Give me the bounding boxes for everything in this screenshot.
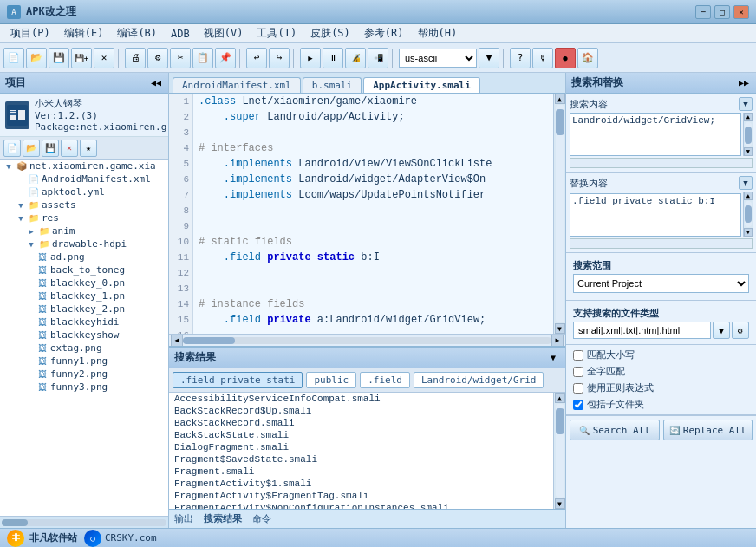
menu-view[interactable]: 视图(V) <box>197 24 251 42</box>
sr-item-0[interactable]: AccessibilityServiceInfoCompat.smali <box>169 393 553 405</box>
h-scroll-track[interactable] <box>183 337 551 344</box>
cut-button[interactable]: ✂ <box>170 48 191 68</box>
tab-appactivity[interactable]: AppActivity.smali <box>363 77 480 93</box>
scroll-left-arrow[interactable]: ◀ <box>171 335 183 347</box>
file-types-input[interactable]: .smali|.xml|.txt|.htm|.html <box>573 322 711 339</box>
whole-word-checkbox[interactable] <box>573 367 583 377</box>
close-button[interactable]: ✕ <box>733 5 749 19</box>
sr-item-9[interactable]: FragmentActivity$NonConfigurationInstanc… <box>169 502 553 509</box>
sr-vertical-scrollbar[interactable]: ▲ ▼ <box>553 393 565 509</box>
tree-item-funny2[interactable]: 🖼 funny2.png <box>0 368 168 381</box>
filter-tag-2[interactable]: .field <box>360 372 410 388</box>
scroll-right-arrow[interactable]: ▶ <box>551 335 564 347</box>
open-button[interactable]: 📂 <box>26 48 47 68</box>
sr-tab-output[interactable]: 输出 <box>174 512 193 525</box>
replace-h-scrollbar[interactable] <box>570 238 753 249</box>
search-all-button[interactable]: 🔍 Search All <box>570 420 660 440</box>
tree-item-extag[interactable]: 🖼 extag.png <box>0 342 168 355</box>
replace-textarea-scrollbar[interactable]: ▲ ▼ <box>743 192 753 237</box>
whole-word-label[interactable]: 全字匹配 <box>587 365 625 378</box>
lt-new[interactable]: 📄 <box>3 140 21 157</box>
tree-item-assets[interactable]: ▼ 📁 assets <box>0 199 168 212</box>
regex-label[interactable]: 使用正则表达式 <box>587 381 654 394</box>
sr-item-5[interactable]: Fragment$SavedState.smali <box>169 453 553 466</box>
subfolders-checkbox[interactable] <box>573 400 583 410</box>
regex-checkbox[interactable] <box>573 383 583 394</box>
menu-help[interactable]: 帮助(H) <box>411 24 465 42</box>
lt-star[interactable]: ★ <box>80 140 97 157</box>
tree-item-net[interactable]: ▼ 📦 net.xiaomiren.game.xia <box>0 160 168 173</box>
decompile-button[interactable]: ⏸ <box>323 48 343 68</box>
sr-scroll-track[interactable] <box>556 404 564 498</box>
settings-button[interactable]: ⚙ <box>147 48 168 68</box>
sr-tab-results[interactable]: 搜索结果 <box>204 512 242 525</box>
menu-reference[interactable]: 参考(R) <box>357 24 411 42</box>
red-button[interactable]: ● <box>555 48 576 68</box>
replace-all-button[interactable]: 🔄 Replace All <box>663 420 753 440</box>
tree-item-res[interactable]: ▼ 📁 res <box>0 212 168 225</box>
subfolders-label[interactable]: 包括子文件夹 <box>587 398 644 411</box>
file-types-dropdown[interactable]: ▼ <box>713 322 730 339</box>
tree-item-blackkey1[interactable]: 🖼 blackkey_1.pn <box>0 290 168 303</box>
scroll-up-arrow[interactable]: ▲ <box>555 94 565 104</box>
search-dropdown-btn[interactable]: ▼ <box>739 97 753 111</box>
replace-content-input[interactable]: .field private static b:I <box>570 193 741 237</box>
match-case-checkbox[interactable] <box>573 350 583 361</box>
redo-button[interactable]: ↪ <box>269 48 290 68</box>
copy-button[interactable]: 📋 <box>192 48 213 68</box>
tree-item-drawable-hdpi[interactable]: ▼ 📁 drawable-hdpi <box>0 238 168 251</box>
tab-bsmali[interactable]: b.smali <box>303 77 362 93</box>
sr-scroll-down[interactable]: ▼ <box>555 498 565 509</box>
maximize-button[interactable]: □ <box>714 5 730 19</box>
undo-button[interactable]: ↩ <box>246 48 267 68</box>
lt-delete[interactable]: ✕ <box>61 140 78 157</box>
scroll-down-arrow[interactable]: ▼ <box>555 323 565 334</box>
h-scroll-thumb[interactable] <box>183 337 235 344</box>
lt-save[interactable]: 💾 <box>42 140 59 157</box>
filter-tag-1[interactable]: public <box>306 372 356 388</box>
sr-item-6[interactable]: Fragment.smali <box>169 466 553 478</box>
menu-tools[interactable]: 工具(T) <box>250 24 303 42</box>
sr-item-8[interactable]: FragmentActivity$FragmentTag.smali <box>169 490 553 502</box>
menu-build[interactable]: 编译(B) <box>110 24 164 42</box>
tree-item-funny1[interactable]: 🖼 funny1.png <box>0 355 168 368</box>
new-button[interactable]: 📄 <box>3 48 24 68</box>
sr-item-3[interactable]: BackStackState.smali <box>169 429 553 441</box>
tree-item-blackkeyshow[interactable]: 🖼 blackkeyshow <box>0 329 168 342</box>
tree-item-anim[interactable]: ▶ 📁 anim <box>0 225 168 238</box>
left-panel-collapse[interactable]: ◀◀ <box>149 76 163 90</box>
close-file-button[interactable]: ✕ <box>94 48 114 68</box>
tree-item-blackkey2[interactable]: 🖼 blackkey_2.pn <box>0 303 168 316</box>
scope-select[interactable]: Current Project All Open Files Current F… <box>573 274 749 293</box>
editor-horizontal-scrollbar[interactable]: ◀ ▶ <box>169 334 565 346</box>
minimize-button[interactable]: ─ <box>695 5 711 19</box>
filter-tag-3[interactable]: Landroid/widget/Grid <box>414 372 544 388</box>
encoding-dropdown[interactable]: ▼ <box>479 48 499 68</box>
save-all-button[interactable]: 💾+ <box>71 48 92 68</box>
menu-skin[interactable]: 皮肤(S) <box>303 24 357 42</box>
tree-item-ad[interactable]: 🖼 ad.png <box>0 251 168 264</box>
sign-button[interactable]: 🔏 <box>345 48 366 68</box>
lt-open[interactable]: 📂 <box>23 140 40 157</box>
search-textarea-scrollbar[interactable]: ▲ ▼ <box>743 113 753 156</box>
rp-expand[interactable]: ▶▶ <box>737 76 751 90</box>
tree-item-manifest[interactable]: 📄 AndroidManifest.xml <box>0 173 168 186</box>
sr-item-1[interactable]: BackStackRecord$Up.smali <box>169 405 553 417</box>
file-types-settings[interactable]: ⚙ <box>732 322 749 339</box>
code-editor[interactable]: 1 .class Lnet/xiaomiren/game/xiaomire 2 … <box>169 94 553 334</box>
help-button[interactable]: ? <box>510 48 531 68</box>
menu-adb[interactable]: ADB <box>164 26 197 42</box>
save-button[interactable]: 💾 <box>49 48 69 68</box>
sr-scroll-thumb[interactable] <box>556 408 564 434</box>
tree-item-back[interactable]: 🖼 back_to_toneg <box>0 264 168 277</box>
sr-tab-command[interactable]: 命令 <box>252 512 271 525</box>
match-case-label[interactable]: 匹配大小写 <box>587 348 635 361</box>
home-button[interactable]: 🏠 <box>577 48 598 68</box>
print-button[interactable]: 🖨 <box>125 48 146 68</box>
sr-close[interactable]: ▼ <box>546 351 560 365</box>
paste-button[interactable]: 📌 <box>215 48 236 68</box>
scroll-thumb[interactable] <box>556 109 564 135</box>
tree-item-apktool[interactable]: 📄 apktool.yml <box>0 186 168 199</box>
sr-item-7[interactable]: FragmentActivity$1.smali <box>169 478 553 490</box>
encoding-select[interactable]: us-ascii UTF-8 GBK <box>399 49 477 68</box>
